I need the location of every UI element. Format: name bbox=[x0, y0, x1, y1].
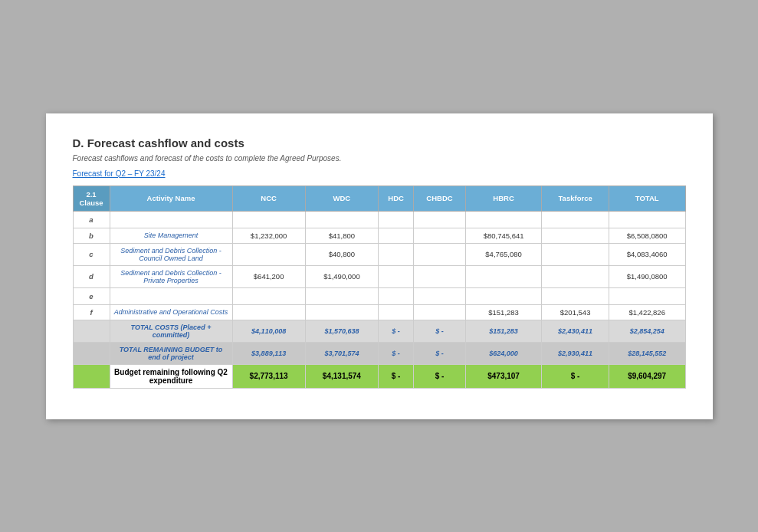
total-cell: $1,490,0800 bbox=[609, 265, 685, 287]
taskforce-cell bbox=[542, 287, 609, 304]
activity-name-cell: TOTAL COSTS (Placed + committed) bbox=[110, 320, 232, 342]
wdc-cell: $40,800 bbox=[305, 243, 378, 265]
header-total: TOTAL bbox=[609, 186, 685, 211]
chbdc-cell bbox=[414, 211, 466, 228]
activity-name-cell: Budget remaining following Q2 expenditur… bbox=[110, 364, 232, 388]
total-cell bbox=[609, 211, 685, 228]
hbrc-cell: $151,283 bbox=[465, 304, 542, 320]
clause-cell: c bbox=[73, 243, 110, 265]
ncc-cell: $3,889,113 bbox=[232, 342, 305, 364]
hbrc-cell bbox=[465, 211, 542, 228]
taskforce-cell bbox=[542, 243, 609, 265]
table-row: fAdministrative and Operational Costs$15… bbox=[73, 304, 685, 320]
taskforce-cell bbox=[542, 211, 609, 228]
hdc-cell: $ - bbox=[379, 320, 414, 342]
table-row: TOTAL COSTS (Placed + committed)$4,110,0… bbox=[73, 320, 685, 342]
activity-name-cell: Sediment and Debris Collection - Private… bbox=[110, 265, 232, 287]
section-title: D. Forecast cashflow and costs bbox=[73, 136, 686, 149]
header-clause: 2.1Clause bbox=[73, 186, 110, 211]
forecast-link[interactable]: Forecast for Q2 – FY 23/24 bbox=[73, 169, 166, 178]
page-container: D. Forecast cashflow and costs Forecast … bbox=[46, 113, 713, 419]
hdc-cell bbox=[379, 304, 414, 320]
activity-name-cell: Site Management bbox=[110, 228, 232, 243]
wdc-cell: $1,570,638 bbox=[305, 320, 378, 342]
hdc-cell: $ - bbox=[379, 364, 414, 388]
hbrc-cell: $624,000 bbox=[465, 342, 542, 364]
hdc-cell bbox=[379, 211, 414, 228]
taskforce-cell: $ - bbox=[542, 364, 609, 388]
activity-name-cell: TOTAL REMAINING BUDGET to end of project bbox=[110, 342, 232, 364]
hdc-cell bbox=[379, 265, 414, 287]
hbrc-cell: $80,745,641 bbox=[465, 228, 542, 243]
clause-cell: e bbox=[73, 287, 110, 304]
section-subtitle: Forecast cashflows and forecast of the c… bbox=[73, 154, 686, 163]
chbdc-cell bbox=[414, 304, 466, 320]
activity-name-cell bbox=[110, 211, 232, 228]
clause-cell: d bbox=[73, 265, 110, 287]
ncc-cell bbox=[232, 287, 305, 304]
activity-name-cell bbox=[110, 287, 232, 304]
chbdc-cell bbox=[414, 265, 466, 287]
header-activity: Activity Name bbox=[110, 186, 232, 211]
total-cell: $6,508,0800 bbox=[609, 228, 685, 243]
total-cell: $2,854,254 bbox=[609, 320, 685, 342]
taskforce-cell: $201,543 bbox=[542, 304, 609, 320]
hbrc-cell bbox=[465, 287, 542, 304]
header-ncc: NCC bbox=[232, 186, 305, 211]
ncc-cell bbox=[232, 304, 305, 320]
chbdc-cell bbox=[414, 287, 466, 304]
header-taskforce: Taskforce bbox=[542, 186, 609, 211]
table-row: cSediment and Debris Collection - Counci… bbox=[73, 243, 685, 265]
ncc-cell: $1,232,000 bbox=[232, 228, 305, 243]
hbrc-cell bbox=[465, 265, 542, 287]
chbdc-cell: $ - bbox=[414, 364, 466, 388]
wdc-cell bbox=[305, 304, 378, 320]
ncc-cell bbox=[232, 211, 305, 228]
chbdc-cell bbox=[414, 243, 466, 265]
clause-cell bbox=[73, 364, 110, 388]
table-row: bSite Management$1,232,000$41,800$80,745… bbox=[73, 228, 685, 243]
taskforce-cell: $2,930,411 bbox=[542, 342, 609, 364]
clause-cell bbox=[73, 342, 110, 364]
wdc-cell: $3,701,574 bbox=[305, 342, 378, 364]
chbdc-cell: $ - bbox=[414, 320, 466, 342]
total-cell bbox=[609, 287, 685, 304]
header-chbdc: CHBDC bbox=[414, 186, 466, 211]
ncc-cell: $4,110,008 bbox=[232, 320, 305, 342]
clause-cell: f bbox=[73, 304, 110, 320]
ncc-cell bbox=[232, 243, 305, 265]
activity-name-cell: Sediment and Debris Collection - Council… bbox=[110, 243, 232, 265]
total-cell: $28,145,552 bbox=[609, 342, 685, 364]
hdc-cell: $ - bbox=[379, 342, 414, 364]
hbrc-cell: $4,765,080 bbox=[465, 243, 542, 265]
taskforce-cell bbox=[542, 228, 609, 243]
total-cell: $1,422,826 bbox=[609, 304, 685, 320]
table-row: a bbox=[73, 211, 685, 228]
hdc-cell bbox=[379, 287, 414, 304]
cashflow-table: 2.1Clause Activity Name NCC WDC HDC CHBD… bbox=[73, 186, 686, 389]
total-cell: $4,083,4060 bbox=[609, 243, 685, 265]
wdc-cell bbox=[305, 211, 378, 228]
wdc-cell: $4,131,574 bbox=[305, 364, 378, 388]
hdc-cell bbox=[379, 243, 414, 265]
table-row: dSediment and Debris Collection - Privat… bbox=[73, 265, 685, 287]
wdc-cell: $1,490,000 bbox=[305, 265, 378, 287]
taskforce-cell: $2,430,411 bbox=[542, 320, 609, 342]
wdc-cell bbox=[305, 287, 378, 304]
hbrc-cell: $151,283 bbox=[465, 320, 542, 342]
wdc-cell: $41,800 bbox=[305, 228, 378, 243]
hbrc-cell: $473,107 bbox=[465, 364, 542, 388]
ncc-cell: $2,773,113 bbox=[232, 364, 305, 388]
chbdc-cell bbox=[414, 228, 466, 243]
hdc-cell bbox=[379, 228, 414, 243]
activity-name-cell: Administrative and Operational Costs bbox=[110, 304, 232, 320]
clause-cell: a bbox=[73, 211, 110, 228]
taskforce-cell bbox=[542, 265, 609, 287]
table-row: TOTAL REMAINING BUDGET to end of project… bbox=[73, 342, 685, 364]
header-hbrc: HBRC bbox=[465, 186, 542, 211]
table-row: e bbox=[73, 287, 685, 304]
total-cell: $9,604,297 bbox=[609, 364, 685, 388]
clause-cell bbox=[73, 320, 110, 342]
header-wdc: WDC bbox=[305, 186, 378, 211]
header-hdc: HDC bbox=[379, 186, 414, 211]
